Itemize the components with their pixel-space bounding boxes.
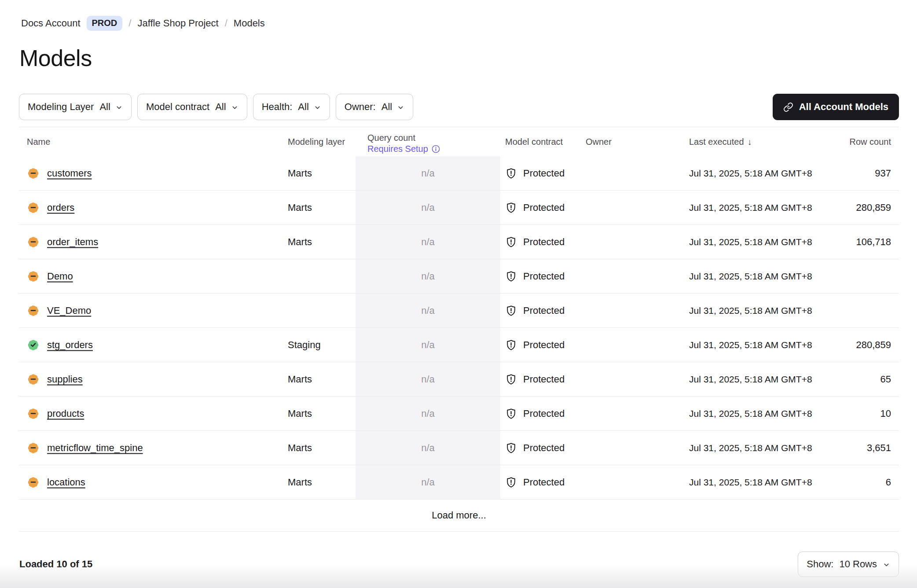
modeling-layer-cell: Marts	[288, 202, 312, 213]
shield-icon	[505, 167, 517, 179]
last-executed-cell: Jul 31, 2025, 5:18 AM GMT+8	[689, 305, 812, 316]
environment-badge[interactable]: PROD	[87, 16, 123, 31]
contract-label: Protected	[523, 477, 565, 488]
row-count-cell: 106,718	[856, 236, 891, 248]
chevron-down-icon	[231, 104, 238, 111]
row-count-cell: 280,859	[856, 339, 891, 351]
breadcrumb-current: Models	[234, 18, 265, 29]
contract-label: Protected	[523, 271, 565, 282]
contract-label: Protected	[523, 168, 565, 179]
health-seal-minus-icon	[27, 304, 40, 317]
breadcrumb-separator: /	[225, 18, 227, 29]
shield-icon	[505, 476, 517, 488]
health-seal-minus-icon	[27, 407, 40, 420]
model-link[interactable]: Demo	[47, 271, 73, 282]
model-contract-cell: Protected	[505, 270, 565, 282]
load-more-button[interactable]: Load more...	[432, 510, 486, 521]
model-link[interactable]: locations	[47, 477, 85, 488]
filter-model-contract[interactable]: Model contract All	[137, 94, 247, 120]
model-contract-cell: Protected	[505, 442, 565, 454]
model-link[interactable]: VE_Demo	[47, 305, 91, 316]
breadcrumb-account-link[interactable]: Docs Account	[21, 18, 81, 29]
shield-icon	[505, 442, 517, 454]
model-link[interactable]: products	[47, 408, 84, 419]
table-row: VE_Demo n/a Protected Jul 31, 2025, 5:18…	[19, 294, 899, 328]
health-seal-minus-icon	[27, 235, 40, 248]
chevron-down-icon	[314, 104, 321, 111]
modeling-layer-cell: Marts	[288, 408, 312, 419]
query-count-cell: n/a	[356, 339, 500, 351]
shield-icon	[505, 236, 517, 248]
modeling-layer-cell: Staging	[288, 339, 321, 351]
column-header-owner: Owner	[586, 137, 612, 147]
filter-label: Model contract	[146, 101, 209, 113]
query-count-cell: n/a	[356, 374, 500, 385]
table-row: orders Marts n/a Protected Jul 31, 2025,…	[19, 191, 899, 225]
shield-icon	[505, 339, 517, 351]
table-row: locations Marts n/a Protected Jul 31, 20…	[19, 465, 899, 500]
model-contract-cell: Protected	[505, 408, 565, 419]
column-header-modeling-layer: Modeling layer	[288, 137, 345, 147]
table-row: order_items Marts n/a Protected Jul 31, …	[19, 225, 899, 259]
health-seal-minus-icon	[27, 373, 40, 386]
filter-health[interactable]: Health: All	[253, 94, 330, 120]
health-seal-minus-icon	[27, 441, 40, 454]
query-count-label: Query count	[367, 132, 440, 143]
model-link[interactable]: stg_orders	[47, 339, 93, 351]
link-icon	[783, 102, 793, 112]
model-contract-cell: Protected	[505, 476, 565, 488]
column-header-last-executed[interactable]: Last executed ↓	[689, 137, 752, 147]
load-more-row: Load more...	[19, 500, 899, 532]
loaded-count-text: Loaded 10 of 15	[19, 559, 92, 570]
name-cell: orders	[27, 201, 74, 214]
show-label: Show:	[807, 559, 833, 570]
contract-label: Protected	[523, 202, 565, 213]
shield-icon	[505, 305, 517, 316]
health-seal-minus-icon	[27, 201, 40, 214]
shield-icon	[505, 373, 517, 385]
name-cell: VE_Demo	[27, 304, 91, 317]
name-cell: locations	[27, 476, 85, 489]
pagination-footer: Loaded 10 of 15 Show: 10 Rows	[19, 551, 899, 577]
info-icon[interactable]	[431, 144, 440, 154]
breadcrumb-project-link[interactable]: Jaffle Shop Project	[137, 18, 218, 29]
contract-label: Protected	[523, 236, 565, 248]
filter-value: All	[215, 101, 226, 113]
filter-value: All	[381, 101, 392, 113]
column-header-model-contract: Model contract	[505, 137, 563, 147]
model-link[interactable]: metricflow_time_spine	[47, 442, 143, 454]
page-title: Models	[19, 45, 917, 71]
modeling-layer-cell: Marts	[288, 374, 312, 385]
sort-descending-arrow: ↓	[748, 137, 752, 147]
requires-setup-label: Requires Setup	[367, 143, 428, 154]
show-rows-dropdown[interactable]: Show: 10 Rows	[798, 551, 899, 577]
filter-label: Health:	[262, 101, 293, 113]
requires-setup-link[interactable]: Requires Setup	[367, 143, 440, 154]
filter-owner[interactable]: Owner: All	[336, 94, 413, 120]
table-row: customers Marts n/a Protected Jul 31, 20…	[19, 156, 899, 191]
health-seal-minus-icon	[27, 270, 40, 283]
model-link[interactable]: orders	[47, 202, 74, 213]
model-link[interactable]: customers	[47, 168, 92, 179]
chevron-down-icon	[883, 561, 890, 569]
last-executed-cell: Jul 31, 2025, 5:18 AM GMT+8	[689, 271, 812, 282]
table-row: supplies Marts n/a Protected Jul 31, 202…	[19, 362, 899, 397]
query-count-cell: n/a	[356, 168, 500, 179]
health-seal-minus-icon	[27, 476, 40, 489]
models-page: Docs Account PROD / Jaffle Shop Project …	[0, 0, 917, 588]
filter-label: Owner:	[345, 101, 376, 113]
contract-label: Protected	[523, 339, 565, 351]
query-count-cell: n/a	[356, 305, 500, 316]
model-link[interactable]: supplies	[47, 374, 83, 385]
query-count-cell: n/a	[356, 477, 500, 488]
filter-modeling-layer[interactable]: Modeling Layer All	[19, 94, 132, 120]
modeling-layer-cell: Marts	[288, 442, 312, 454]
name-cell: supplies	[27, 373, 83, 386]
modeling-layer-cell: Marts	[288, 236, 312, 248]
row-count-cell: 10	[880, 408, 891, 419]
last-executed-cell: Jul 31, 2025, 5:18 AM GMT+8	[689, 374, 812, 385]
shield-icon	[505, 270, 517, 282]
query-count-cell: n/a	[356, 236, 500, 248]
all-account-models-button[interactable]: All Account Models	[773, 94, 899, 120]
model-link[interactable]: order_items	[47, 236, 98, 248]
